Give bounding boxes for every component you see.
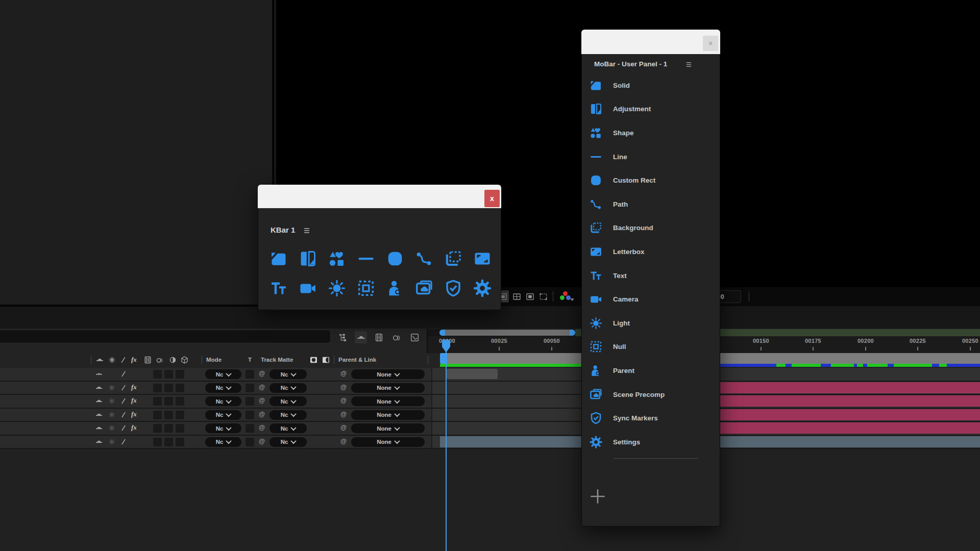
region-of-interest-icon[interactable]	[537, 290, 549, 303]
mode-dropdown[interactable]: Nc	[205, 369, 241, 379]
alpha-matte-icon[interactable]	[309, 356, 318, 364]
collapse-transformations-icon[interactable]	[108, 424, 116, 432]
switch-cell[interactable]	[153, 411, 162, 419]
motion-blur-toggle-icon[interactable]	[390, 331, 403, 343]
scrollbar-left-handle[interactable]	[439, 330, 445, 336]
shy-icon[interactable]	[95, 397, 103, 405]
mobar-titlebar[interactable]: ×	[581, 30, 720, 54]
track-matte-pickwhip-icon[interactable]: @	[259, 438, 265, 445]
letterbox-icon[interactable]	[468, 244, 497, 273]
scene-precomp-icon[interactable]	[409, 273, 438, 303]
track-matte-pickwhip-icon[interactable]: @	[259, 424, 265, 431]
parent-link-dropdown[interactable]: None	[351, 396, 425, 406]
comp-name-field[interactable]	[0, 330, 331, 343]
mobar-item-line[interactable]: Line	[587, 145, 718, 169]
track-matte-dropdown[interactable]: Nc	[270, 369, 307, 379]
collapse-transformations-icon[interactable]	[108, 438, 116, 446]
switch-cell[interactable]	[176, 397, 184, 406]
collapse-transformations-icon[interactable]	[108, 397, 116, 405]
preserve-transparency-checkbox[interactable]	[246, 384, 254, 392]
shy-icon[interactable]	[95, 384, 103, 392]
line-icon[interactable]	[351, 244, 380, 273]
add-button[interactable]	[589, 487, 607, 506]
parent-link-dropdown[interactable]: None	[351, 410, 425, 420]
preserve-transparency-checkbox[interactable]	[246, 370, 254, 379]
collapse-transformations-icon[interactable]	[108, 411, 116, 419]
switch-cell[interactable]	[176, 384, 184, 392]
hamburger-menu-icon[interactable]	[303, 227, 311, 234]
preserve-transparency-checkbox[interactable]	[246, 424, 254, 433]
parent-pickwhip-icon[interactable]: @	[340, 411, 347, 418]
camera-icon[interactable]	[293, 273, 322, 303]
switch-cell[interactable]	[153, 384, 162, 392]
quality-toggle-icon[interactable]	[119, 424, 128, 432]
channel-color-icon[interactable]	[558, 290, 576, 303]
switch-cell[interactable]	[153, 370, 162, 379]
mobar-item-parent[interactable]: Parent	[587, 359, 718, 383]
track-matte-pickwhip-icon[interactable]: @	[259, 411, 265, 418]
frame-blending-toggle-icon[interactable]	[373, 331, 385, 343]
shy-icon[interactable]	[95, 438, 103, 446]
shy-icon[interactable]	[95, 411, 103, 419]
close-icon[interactable]: x	[484, 190, 500, 207]
effects-toggle-icon[interactable]: fx	[131, 410, 137, 418]
track-matte-dropdown[interactable]: Nc	[270, 383, 307, 393]
track-matte-dropdown[interactable]: Nc	[270, 410, 307, 420]
hamburger-menu-icon[interactable]	[685, 61, 693, 68]
mobar-item-camera[interactable]: Camera	[587, 287, 718, 311]
graph-editor-icon[interactable]	[408, 331, 421, 343]
mode-dropdown[interactable]: Nc	[205, 383, 241, 393]
shape-icon[interactable]	[322, 244, 351, 273]
quality-toggle-icon[interactable]	[119, 438, 128, 446]
parent-icon[interactable]	[380, 273, 409, 303]
switch-cell[interactable]	[164, 384, 173, 392]
effects-toggle-icon[interactable]: fx	[131, 423, 137, 432]
mode-dropdown[interactable]: Nc	[205, 423, 241, 433]
grid-options-icon[interactable]	[510, 290, 523, 303]
parent-link-dropdown[interactable]: None	[351, 369, 425, 379]
mobar-item-settings[interactable]: Settings	[587, 430, 718, 454]
mobar-item-letterbox[interactable]: Letterbox	[587, 240, 718, 264]
path-icon[interactable]	[409, 244, 438, 273]
sync-markers-icon[interactable]	[438, 273, 468, 303]
switch-cell[interactable]	[164, 424, 173, 433]
mobar-item-solid[interactable]: Solid	[587, 73, 718, 97]
shy-icon[interactable]	[95, 424, 103, 432]
mobar-item-custom-rect[interactable]: Custom Rect	[587, 168, 718, 192]
parent-pickwhip-icon[interactable]: @	[340, 370, 347, 377]
adjustment-icon[interactable]	[293, 244, 322, 273]
track-matte-pickwhip-icon[interactable]: @	[259, 370, 265, 377]
switch-cell[interactable]	[164, 411, 173, 419]
quality-toggle-icon[interactable]	[119, 411, 128, 419]
custom-rect-icon[interactable]	[380, 244, 409, 273]
mode-dropdown[interactable]: Nc	[205, 410, 241, 420]
mode-dropdown[interactable]: Nc	[205, 396, 241, 406]
shy-hidden-icon[interactable]	[95, 370, 103, 378]
layer-row-2[interactable]: fxNc@Nc@None	[0, 382, 980, 395]
switch-cell[interactable]	[153, 424, 162, 433]
layer-row-4[interactable]: fxNc@Nc@None	[0, 409, 980, 422]
layer-row-5[interactable]: fxNc@Nc@None	[0, 422, 980, 436]
track-matte-dropdown[interactable]: Nc	[270, 396, 307, 406]
preserve-transparency-checkbox[interactable]	[246, 438, 254, 446]
layer-bar-clip[interactable]	[447, 369, 498, 379]
preserve-transparency-checkbox[interactable]	[246, 397, 254, 406]
parent-link-dropdown[interactable]: None	[351, 437, 425, 447]
switch-cell[interactable]	[164, 438, 173, 446]
parent-link-dropdown[interactable]: None	[351, 383, 425, 393]
effects-toggle-icon[interactable]: fx	[131, 383, 137, 391]
mobar-item-background[interactable]: Background	[587, 216, 718, 240]
track-matte-dropdown[interactable]: Nc	[270, 423, 307, 433]
quality-toggle-icon[interactable]	[119, 397, 128, 405]
scrollbar-right-handle[interactable]	[570, 330, 575, 336]
quality-toggle-icon[interactable]	[119, 384, 128, 392]
collapse-transformations-icon[interactable]	[108, 384, 116, 392]
switch-cell[interactable]	[176, 370, 184, 379]
layer-row-1[interactable]: Nc@Nc@None	[0, 368, 980, 382]
effects-toggle-icon[interactable]: fx	[131, 396, 137, 405]
mobar-item-sync-markers[interactable]: Sync Markers	[587, 406, 718, 430]
switch-cell[interactable]	[176, 424, 184, 433]
parent-pickwhip-icon[interactable]: @	[340, 424, 347, 431]
layer-row-3[interactable]: fxNc@Nc@None	[0, 395, 980, 409]
switch-cell[interactable]	[176, 411, 184, 419]
